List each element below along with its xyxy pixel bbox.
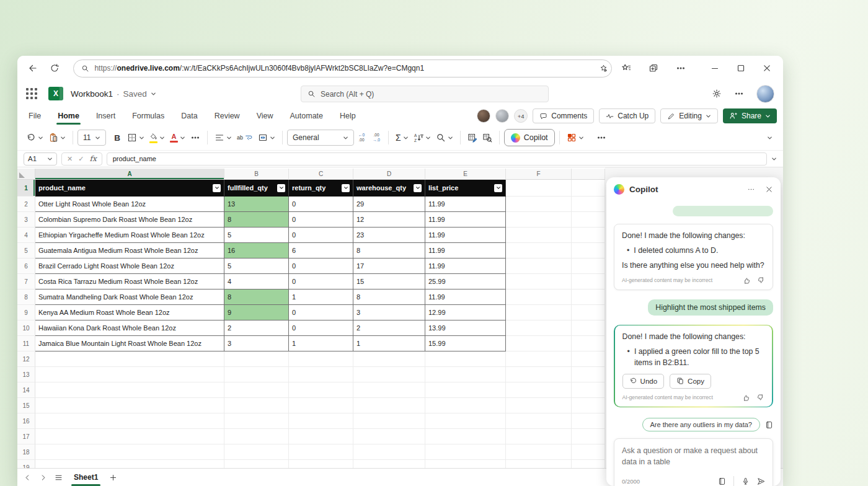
cell[interactable]: 0 (289, 258, 353, 274)
font-color-button[interactable]: A (167, 129, 188, 146)
cell[interactable]: Costa Rica Tarrazu Medium Roast Whole Be… (35, 274, 224, 289)
cell[interactable] (506, 243, 572, 258)
undo-action-button[interactable]: Undo (622, 374, 665, 389)
format-as-table-button[interactable] (465, 129, 480, 146)
cell[interactable] (35, 460, 224, 468)
collaborator-avatar[interactable] (477, 109, 490, 123)
cell[interactable]: 29 (353, 197, 425, 212)
cell[interactable] (353, 367, 425, 382)
send-icon[interactable] (757, 477, 765, 485)
cell[interactable]: Otter Light Roast Whole Bean 12oz (35, 197, 224, 212)
cell[interactable] (572, 382, 605, 398)
cell[interactable] (572, 444, 605, 460)
formula-input[interactable]: product_name (107, 152, 767, 166)
row-header-10[interactable]: 10 (17, 320, 35, 336)
suggested-prompt-button[interactable]: Are there any outliers in my data? (642, 418, 760, 431)
app-more-button[interactable] (734, 89, 744, 99)
column-header-C[interactable]: C (289, 169, 353, 180)
cell[interactable] (572, 320, 605, 336)
collaborator-avatar[interactable] (495, 109, 509, 123)
cell[interactable]: 17 (353, 258, 425, 274)
tab-view[interactable]: View (257, 107, 273, 125)
sheet-tab-sheet1[interactable]: Sheet1 (70, 469, 102, 486)
cell[interactable]: 25.99 (425, 274, 506, 289)
cell[interactable] (506, 351, 572, 367)
cell[interactable]: warehouse_qty (353, 180, 425, 197)
cell[interactable]: 12.99 (425, 305, 506, 320)
refresh-button[interactable] (46, 60, 62, 76)
font-overflow-button[interactable] (188, 129, 203, 146)
number-format-select[interactable]: General (287, 130, 354, 146)
row-header-1[interactable]: 1 (17, 180, 35, 197)
cell[interactable]: 2 (353, 320, 425, 336)
tab-help[interactable]: Help (340, 107, 356, 125)
cell[interactable] (35, 398, 224, 413)
cell[interactable]: product_name (35, 180, 224, 197)
copy-action-button[interactable]: Copy (670, 374, 711, 389)
cell[interactable] (353, 444, 425, 460)
ribbon-collapse-button[interactable] (762, 129, 777, 146)
insert-function-button[interactable]: fx (89, 154, 96, 163)
cell[interactable] (224, 351, 289, 367)
row-header-8[interactable]: 8 (17, 289, 35, 305)
add-sheet-icon[interactable] (109, 474, 117, 482)
sheet-list-icon[interactable] (55, 474, 63, 482)
cell[interactable]: 3 (353, 305, 425, 320)
cell[interactable]: 12 (353, 212, 425, 228)
cell[interactable]: Jamaica Blue Mountain Light Roast Whole … (35, 336, 224, 351)
collaborator-overflow-badge[interactable]: +4 (514, 109, 528, 123)
microphone-icon[interactable] (742, 477, 750, 485)
cell[interactable] (506, 320, 572, 336)
increase-decimal-button[interactable]: .00→.0 (369, 129, 384, 146)
cell[interactable] (572, 413, 605, 429)
cell[interactable] (572, 212, 605, 228)
cell[interactable]: Sumatra Mandheling Dark Roast Whole Bean… (35, 289, 224, 305)
cell[interactable] (506, 212, 572, 228)
cell[interactable] (572, 336, 605, 351)
cell[interactable] (506, 336, 572, 351)
cell[interactable]: 5 (224, 258, 289, 274)
cell[interactable]: 0 (289, 320, 353, 336)
cell[interactable] (506, 444, 572, 460)
copilot-input[interactable]: Ask a question or make a request about d… (622, 446, 765, 468)
cell[interactable] (425, 429, 506, 444)
prompt-guide-icon[interactable] (718, 477, 726, 485)
minimize-button[interactable] (710, 63, 720, 73)
filter-button-return_qty[interactable] (342, 184, 350, 192)
app-launcher-button[interactable] (26, 88, 37, 99)
copilot-button[interactable]: Copilot (504, 129, 555, 146)
cell[interactable]: 11.99 (425, 228, 506, 243)
tab-review[interactable]: Review (215, 107, 240, 125)
cell[interactable] (506, 228, 572, 243)
cell[interactable] (289, 460, 353, 468)
address-bar[interactable]: https://onedrive.live.com/:w:/t/EaCKkPs6… (73, 60, 612, 77)
row-header-14[interactable]: 14 (17, 382, 35, 398)
cell[interactable]: 0 (289, 274, 353, 289)
row-header-15[interactable]: 15 (17, 398, 35, 413)
cell[interactable]: Ethiopian Yirgacheffe Medium Roast Whole… (35, 228, 224, 243)
cell[interactable] (506, 413, 572, 429)
row-header-5[interactable]: 5 (17, 243, 35, 258)
cell[interactable] (425, 413, 506, 429)
cell[interactable]: Colombian Supremo Dark Roast Whole Bean … (35, 212, 224, 228)
sheet-view-button[interactable] (564, 129, 587, 146)
cell[interactable] (224, 382, 289, 398)
column-header-F[interactable]: F (506, 169, 572, 180)
cell[interactable] (506, 429, 572, 444)
cell[interactable] (425, 398, 506, 413)
column-header-partial[interactable] (572, 169, 605, 180)
excel-logo[interactable]: X (48, 87, 63, 100)
undo-button[interactable] (24, 129, 46, 146)
cell[interactable] (35, 413, 224, 429)
cell[interactable] (572, 197, 605, 212)
row-header-18[interactable]: 18 (17, 444, 35, 460)
cell[interactable]: list_price (425, 180, 506, 197)
cell[interactable] (572, 274, 605, 289)
cell[interactable]: 8 (353, 243, 425, 258)
cell[interactable] (289, 444, 353, 460)
cell[interactable]: 0 (289, 228, 353, 243)
cell[interactable]: 23 (353, 228, 425, 243)
cell[interactable]: 1 (353, 336, 425, 351)
maximize-button[interactable] (736, 63, 746, 73)
column-header-B[interactable]: B (224, 169, 289, 180)
